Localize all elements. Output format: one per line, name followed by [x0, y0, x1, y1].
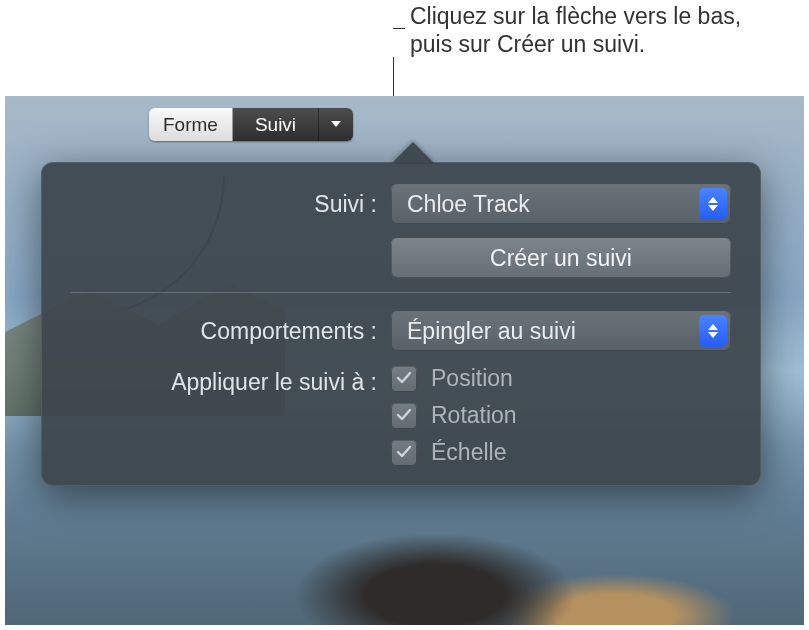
chevron-down-icon — [329, 114, 343, 136]
help-callout: Cliquez sur la flèche vers le bas, puis … — [410, 2, 785, 58]
tab-forme-label: Forme — [163, 114, 218, 136]
behaviors-select-value: Épingler au suivi — [407, 318, 576, 345]
create-suivi-button[interactable]: Créer un suivi — [391, 238, 731, 278]
popover-arrow — [391, 142, 435, 164]
stepper-arrows-icon — [699, 315, 727, 347]
checkbox-position[interactable] — [391, 366, 417, 392]
suivi-label: Suivi : — [41, 191, 391, 218]
apply-to-label: Appliquer le suivi à : — [41, 365, 391, 396]
stepper-arrows-icon — [699, 188, 727, 220]
suivi-select[interactable]: Chloe Track — [391, 184, 731, 224]
tab-suivi[interactable]: Suivi — [233, 108, 319, 141]
checkbox-position-label: Position — [431, 365, 513, 392]
divider — [71, 292, 731, 293]
checkbox-scale[interactable] — [391, 440, 417, 466]
suivi-menu-chevron-button[interactable] — [319, 108, 353, 141]
checkmark-icon — [396, 439, 412, 466]
tab-suivi-label: Suivi — [255, 114, 296, 136]
checkmark-icon — [396, 402, 412, 429]
behaviors-label: Comportements : — [41, 318, 391, 345]
create-suivi-label: Créer un suivi — [490, 245, 632, 272]
checkbox-scale-label: Échelle — [431, 439, 506, 466]
tab-forme[interactable]: Forme — [149, 108, 233, 141]
callout-text: Cliquez sur la flèche vers le bas, puis … — [410, 3, 741, 57]
behaviors-select[interactable]: Épingler au suivi — [391, 311, 731, 351]
mode-segmented-control: Forme Suivi — [149, 108, 353, 141]
checkbox-rotation[interactable] — [391, 403, 417, 429]
checkbox-rotation-label: Rotation — [431, 402, 517, 429]
suivi-select-value: Chloe Track — [407, 191, 530, 218]
suivi-popover: Suivi : Chloe Track Créer un suivi Compo — [41, 162, 761, 486]
checkmark-icon — [396, 365, 412, 392]
canvas-viewer: Forme Suivi Suivi : Chloe Track — [5, 96, 804, 625]
callout-leader-tick — [393, 28, 405, 29]
